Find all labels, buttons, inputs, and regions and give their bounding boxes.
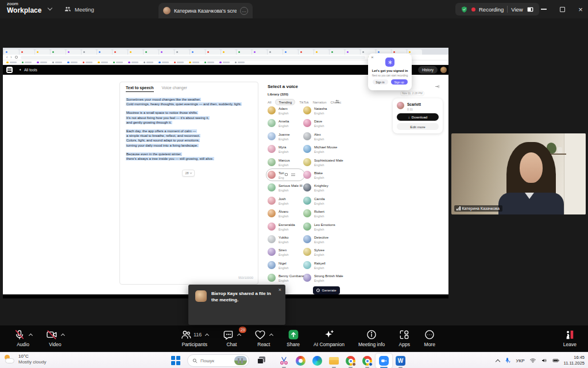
close-button[interactable]: ×	[572, 0, 588, 18]
download-button[interactable]: ↓ Download	[397, 113, 439, 121]
modal-close-icon[interactable]: ×	[371, 55, 374, 60]
browser-tab[interactable]	[4, 49, 19, 55]
hidden-icons-chevron[interactable]	[496, 359, 500, 363]
browser-tab[interactable]	[206, 49, 220, 55]
voice-item[interactable]: MarcusEnglish	[268, 157, 302, 168]
toolbar-video-button[interactable]: Video	[39, 325, 71, 352]
voice-item[interactable]: Sophisticated MaleEnglish	[303, 157, 338, 168]
voice-item[interactable]: DetectiveEnglish	[303, 234, 338, 246]
browser-tab[interactable]	[51, 49, 65, 55]
view-layout-icon[interactable]	[527, 6, 534, 13]
chat-chevron-icon[interactable]	[237, 334, 241, 338]
task-view-button[interactable]	[257, 356, 266, 365]
voice-item[interactable]: Strong British MaleEnglish	[303, 273, 338, 284]
taskbar-app-word[interactable]: W	[392, 354, 409, 368]
browser-tab[interactable]	[128, 49, 143, 55]
participants-chevron-icon[interactable]	[205, 334, 209, 338]
all-tools-button[interactable]: All tools	[18, 67, 37, 73]
voice-item[interactable]: DaveEnglish	[303, 118, 338, 129]
toolbar-participants-button[interactable]: 116Participants	[173, 325, 215, 352]
maximize-button[interactable]	[554, 0, 571, 18]
browser-tab[interactable]	[35, 49, 50, 55]
taskbar-app-chrome-1[interactable]	[342, 354, 359, 368]
filter-chip-all[interactable]: All	[268, 101, 271, 104]
taskbar-app-file-explorer[interactable]	[326, 354, 342, 368]
workspace-chevron-icon[interactable]	[48, 6, 52, 10]
browser-tab[interactable]	[175, 49, 189, 55]
voice-item[interactable]: CamilaEnglish	[303, 195, 338, 207]
voice-item[interactable]: NigelEnglish	[268, 260, 302, 271]
selection-badge[interactable]: 28	[182, 170, 195, 177]
view-button[interactable]: View	[511, 6, 523, 13]
browser-tab[interactable]	[299, 49, 314, 55]
react-chevron-icon[interactable]	[269, 334, 273, 338]
bookmark-item[interactable]	[204, 62, 215, 64]
bookmark-item[interactable]	[113, 62, 123, 64]
forward-icon[interactable]: ›	[10, 55, 11, 59]
bookmark-item[interactable]	[235, 62, 245, 64]
browser-tab[interactable]	[144, 49, 158, 55]
voice-item[interactable]: JoanneEnglish	[268, 131, 302, 143]
browser-tab[interactable]	[221, 49, 236, 55]
language-indicator[interactable]: УКР	[516, 358, 524, 363]
browser-tab[interactable]	[82, 49, 96, 55]
voice-item[interactable]: Benny CumbanaEnglish	[268, 273, 302, 284]
taskbar-app-edge[interactable]	[309, 354, 326, 368]
toolbar-ai-companion-button[interactable]: AI Companion	[307, 325, 351, 352]
bookmark-item[interactable]	[174, 62, 184, 64]
participant-video-tile[interactable]: Катерина Казачкова	[451, 133, 586, 214]
back-icon[interactable]: ‹	[6, 55, 7, 59]
filter-chip-narration[interactable]: Narration	[313, 101, 327, 104]
weather-widget[interactable]: 10°C Mostly cloudy	[4, 354, 46, 366]
app-logo-icon[interactable]	[6, 67, 13, 73]
voice-item[interactable]: Serious Male IIIEnglish	[268, 182, 302, 194]
voice-item[interactable]: ÁlvaroEnglish	[268, 208, 302, 220]
toolbar-chat-button[interactable]: 29Chat	[215, 325, 247, 352]
voice-item[interactable]: Leo EmotionsEnglish	[303, 221, 338, 233]
tab-options-icon[interactable]: …	[240, 7, 248, 15]
collapse-panel-icon[interactable]	[435, 84, 440, 89]
volume-icon[interactable]	[541, 357, 548, 364]
edit-more-button[interactable]: Edit more	[397, 123, 439, 130]
notification-close-icon[interactable]: ×	[278, 287, 281, 293]
voice-item[interactable]: RakyellEnglish	[303, 260, 338, 271]
filter-chip-tiktok[interactable]: TikTok	[299, 101, 309, 104]
search-input[interactable]	[200, 358, 230, 363]
history-button[interactable]: History	[418, 66, 438, 74]
browser-tab[interactable]	[20, 49, 34, 55]
browser-tab[interactable]	[97, 49, 112, 55]
minimize-button[interactable]	[535, 0, 552, 18]
reload-icon[interactable]	[15, 56, 18, 59]
sign-in-button[interactable]: Sign in	[373, 79, 388, 85]
toolbar-share-button[interactable]: Share	[280, 325, 307, 352]
start-button[interactable]	[171, 356, 180, 365]
taskbar-app-paint[interactable]	[292, 354, 309, 368]
voice-item[interactable]: EsmeraldaEnglish	[268, 221, 302, 233]
voice-item[interactable]: SirenEnglish	[268, 247, 302, 258]
toolbar-audio-button[interactable]: Audio	[7, 325, 39, 352]
filter-chip-trending[interactable]: Trending	[275, 99, 295, 105]
browser-tab[interactable]	[237, 49, 252, 55]
browser-tab[interactable]	[66, 49, 81, 55]
voice-view-icon[interactable]	[285, 173, 288, 176]
search-highlight-image[interactable]	[234, 356, 247, 365]
bookmark-item[interactable]	[22, 62, 32, 64]
wifi-icon[interactable]	[529, 357, 536, 364]
tab-shared-screen[interactable]: Катерина Казачкова's screen …	[158, 3, 253, 18]
bookmark-item[interactable]	[83, 62, 93, 64]
bookmark-item[interactable]	[98, 62, 108, 64]
toolbar-meeting-info-button[interactable]: Meeting info	[351, 325, 392, 352]
filter-sliders-icon[interactable]	[335, 99, 340, 104]
browser-tab[interactable]	[283, 49, 298, 55]
voice-item[interactable]: NatashaEnglish	[303, 105, 338, 117]
toolbar-apps-button[interactable]: Apps	[392, 325, 417, 352]
bookmark-item[interactable]	[158, 62, 169, 64]
bookmark-item[interactable]	[67, 62, 78, 64]
toolbar-leave-button[interactable]: Leave	[556, 325, 583, 352]
video-chevron-icon[interactable]	[61, 334, 65, 338]
bookmark-item[interactable]	[6, 62, 17, 64]
url-field[interactable]	[21, 56, 365, 59]
browser-tab[interactable]	[330, 49, 345, 55]
voice-item[interactable]: AlexEnglish	[303, 131, 338, 143]
voice-item[interactable]: BlakeEnglish	[303, 170, 338, 181]
